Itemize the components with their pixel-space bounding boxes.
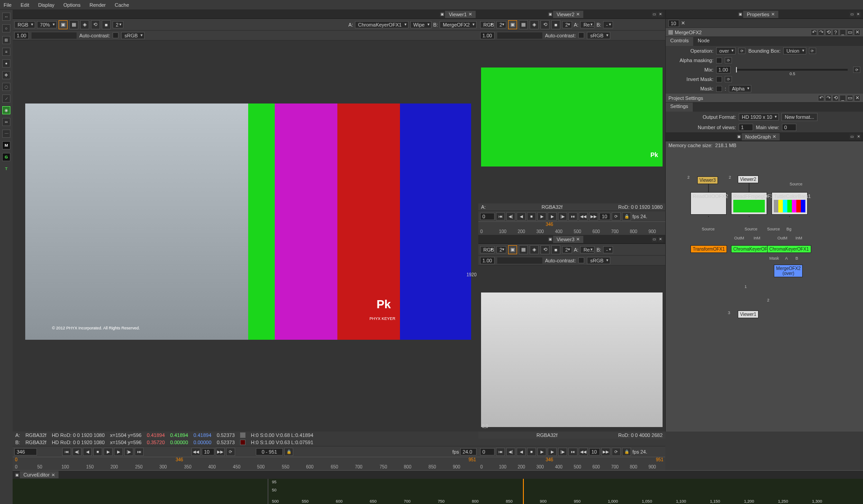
- maximize-icon[interactable]: ▭: [849, 134, 855, 140]
- fforward-button[interactable]: ▶▶: [601, 448, 610, 456]
- a-input-dropdown[interactable]: Re...: [580, 246, 595, 253]
- tool-dot[interactable]: ●: [2, 59, 10, 68]
- rewind-button[interactable]: ◀◀: [579, 212, 588, 220]
- anim-button[interactable]: ⟳: [738, 48, 745, 54]
- float-icon[interactable]: ▭: [847, 95, 853, 101]
- frame-dropdown2[interactable]: 2: [562, 21, 572, 28]
- center-button[interactable]: ⟲: [541, 245, 550, 254]
- close-icon[interactable]: ✕: [771, 12, 775, 17]
- a-input-dropdown[interactable]: ChromaKeyerOFX1: [355, 21, 409, 28]
- prev-frame-button[interactable]: ◀: [517, 448, 526, 456]
- menu-options[interactable]: Options: [64, 2, 81, 8]
- render-button[interactable]: ◈: [80, 20, 89, 29]
- mainview-input[interactable]: 0: [782, 124, 796, 131]
- colorspace-dropdown[interactable]: sRGB: [121, 32, 144, 39]
- mask-checkbox[interactable]: [716, 86, 722, 92]
- properties-tab[interactable]: Properties ✕: [743, 11, 778, 18]
- read-ffmpeg-node[interactable]: ReadFFmpegOFX1: [731, 192, 767, 215]
- close-node-icon[interactable]: ✕: [854, 29, 860, 36]
- loop-button[interactable]: ⟳: [226, 448, 235, 456]
- autocontrast-checkbox[interactable]: [113, 32, 118, 38]
- prev-frame-button[interactable]: ◀: [517, 212, 526, 220]
- float-icon[interactable]: ▣: [736, 134, 742, 140]
- range-input[interactable]: 0 - 951: [256, 448, 283, 455]
- tool-pan[interactable]: ↔: [2, 13, 10, 21]
- first-frame-button[interactable]: ⏮: [496, 448, 505, 456]
- close-panel-icon[interactable]: ✕: [856, 12, 861, 17]
- stop-button[interactable]: ■: [527, 212, 536, 220]
- nodegraph-tab[interactable]: NodeGraph ✕: [742, 133, 780, 140]
- viewer1-tab[interactable]: Viewer1 ✕: [445, 11, 476, 18]
- increment-input[interactable]: 10: [589, 448, 600, 455]
- proxy-button[interactable]: ▦: [519, 20, 528, 29]
- new-format-button[interactable]: New format...: [781, 113, 817, 121]
- stack-count-input[interactable]: 10: [668, 20, 679, 27]
- close-icon[interactable]: ✕: [772, 134, 776, 139]
- viewer2-timeline[interactable]: 346 0 100 200 300 400 500 600 700 800 90…: [478, 221, 665, 235]
- tool-text[interactable]: T: [2, 165, 10, 173]
- wipe-dropdown[interactable]: Wipe: [410, 21, 432, 28]
- lock-button[interactable]: 🔒: [622, 448, 631, 456]
- clear-stack-icon[interactable]: ✕: [681, 20, 685, 26]
- play-button[interactable]: ▶: [104, 448, 113, 456]
- gain-input[interactable]: 1.00: [14, 32, 29, 39]
- float-icon[interactable]: ▭: [847, 29, 853, 36]
- close-panel-icon[interactable]: ✕: [856, 134, 861, 140]
- menu-edit[interactable]: Edit: [21, 2, 29, 8]
- chromakeyer2-node[interactable]: ChromaKeyerOFX1: [767, 245, 811, 253]
- tool-circle[interactable]: ○: [2, 24, 10, 32]
- rewind-button[interactable]: ◀◀: [191, 448, 200, 456]
- tool-circle2[interactable]: ◌: [2, 83, 10, 91]
- first-frame-button[interactable]: ⏮: [62, 448, 71, 456]
- output-format-dropdown[interactable]: HD 1920 x 10: [739, 113, 779, 121]
- b-input-dropdown[interactable]: -: [603, 21, 613, 28]
- blackbg-button[interactable]: ■: [551, 245, 560, 254]
- next-key-button[interactable]: |▶: [558, 448, 567, 456]
- bbox-dropdown[interactable]: Union: [783, 47, 806, 54]
- minimize-icon[interactable]: _: [840, 29, 846, 36]
- float-icon[interactable]: ▣: [548, 12, 553, 17]
- gain-input[interactable]: 1.00: [480, 257, 495, 264]
- settings-subtab[interactable]: Settings: [666, 103, 693, 112]
- mix-slider[interactable]: 0.5: [736, 69, 848, 71]
- tool-green[interactable]: ◉: [2, 106, 10, 114]
- float-icon[interactable]: ▣: [548, 237, 553, 242]
- current-frame-input[interactable]: 346: [14, 448, 37, 455]
- close-icon[interactable]: ✕: [468, 12, 472, 17]
- loop-button[interactable]: ⟳: [612, 448, 621, 456]
- colorspace-dropdown[interactable]: sRGB: [587, 32, 610, 39]
- last-frame-button[interactable]: ⏭: [135, 448, 144, 456]
- invert-checkbox[interactable]: [716, 76, 722, 82]
- center-button[interactable]: ⟲: [541, 20, 550, 29]
- increment-input[interactable]: 10: [202, 448, 214, 455]
- curve-editor-canvas[interactable]: 500 550 600 650 700 750 800 850 900 950 …: [13, 479, 863, 504]
- maximize-icon[interactable]: ▭: [849, 12, 855, 17]
- fforward-button[interactable]: ▶▶: [216, 448, 225, 456]
- restore-icon[interactable]: ⟲: [832, 95, 839, 101]
- close-icon[interactable]: ✕: [854, 95, 860, 101]
- gain-input[interactable]: 1.00: [480, 32, 495, 39]
- redo-icon[interactable]: ↷: [818, 29, 824, 36]
- b-input-dropdown[interactable]: -: [603, 246, 613, 253]
- viewer3-node[interactable]: Viewer3: [697, 176, 718, 184]
- close-panel-icon[interactable]: ✕: [658, 237, 663, 242]
- node-color-swatch[interactable]: [668, 30, 673, 35]
- close-icon[interactable]: ✕: [576, 237, 580, 242]
- float-icon[interactable]: ▣: [738, 12, 743, 17]
- gain-slider[interactable]: [497, 257, 542, 264]
- next-frame-button[interactable]: ▶: [114, 448, 123, 456]
- viewer2-tab[interactable]: Viewer2 ✕: [553, 11, 584, 18]
- stop-button[interactable]: ■: [93, 448, 102, 456]
- viewer1-canvas[interactable]: Pk PHYX KEYER © 2012 PHYX Incorporated. …: [13, 40, 478, 432]
- proxy-button[interactable]: ▦: [69, 20, 78, 29]
- zoom-dropdown[interactable]: 70%: [37, 21, 57, 28]
- anim-button[interactable]: ⟳: [725, 76, 732, 82]
- clip-roi-button[interactable]: ▣: [59, 20, 68, 29]
- restore-icon[interactable]: ⟲: [825, 29, 831, 36]
- layers-dropdown[interactable]: RGB: [480, 21, 495, 28]
- blackbg-button[interactable]: ■: [551, 20, 560, 29]
- play-button[interactable]: ▶: [537, 212, 546, 220]
- stop-button[interactable]: ■: [527, 448, 536, 456]
- read-oiio-node[interactable]: ReadOIIOOFX2: [690, 192, 727, 215]
- alphamask-checkbox[interactable]: [716, 58, 722, 63]
